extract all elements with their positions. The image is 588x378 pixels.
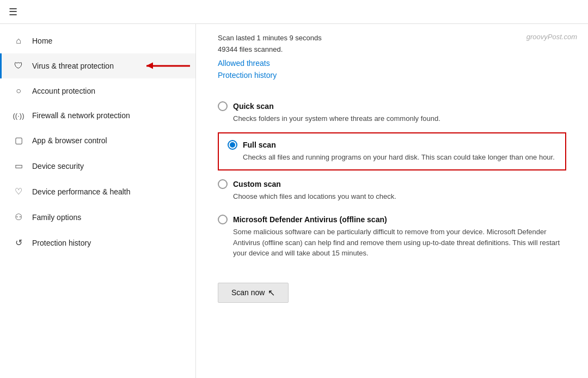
top-bar: ☰ <box>0 0 588 24</box>
sidebar-item-protection-history[interactable]: ↺ Protection history <box>0 230 195 255</box>
full-scan-description: Checks all files and running programs on… <box>243 152 556 163</box>
cursor-icon: ↖ <box>268 288 275 298</box>
sidebar: ⌂ Home 🛡 Virus & threat protection ○ Acc… <box>0 24 196 378</box>
offline-scan-header[interactable]: Microsoft Defender Antivirus (offline sc… <box>218 215 566 224</box>
quick-scan-radio[interactable] <box>218 101 228 111</box>
scan-duration: Scan lasted 1 minutes 9 seconds <box>218 33 566 44</box>
watermark: groovyPost.com <box>526 33 577 41</box>
full-scan-header[interactable]: Full scan <box>228 140 556 150</box>
full-scan-radio[interactable] <box>228 140 237 150</box>
full-scan-title: Full scan <box>243 141 276 149</box>
sidebar-label-device-security: Device security <box>32 162 84 170</box>
firewall-icon: ((·)) <box>13 112 24 120</box>
sidebar-item-firewall[interactable]: ((·)) Firewall & network protection <box>0 103 195 127</box>
custom-scan-description: Choose which files and locations you wan… <box>233 191 566 202</box>
allowed-threats-link[interactable]: Allowed threats <box>218 59 566 68</box>
arrow-annotation <box>146 65 190 67</box>
sidebar-label-protection-history: Protection history <box>32 239 91 247</box>
sidebar-item-device-health[interactable]: ♡ Device performance & health <box>0 179 195 204</box>
sidebar-item-home[interactable]: ⌂ Home <box>0 28 195 53</box>
hamburger-menu[interactable]: ☰ <box>9 6 17 18</box>
custom-scan-option: Custom scan Choose which files and locat… <box>218 173 566 209</box>
family-icon: ⚇ <box>13 212 24 222</box>
offline-scan-description: Some malicious software can be particula… <box>233 227 566 259</box>
sidebar-item-app-browser[interactable]: ▢ App & browser control <box>0 127 195 153</box>
scan-now-label: Scan now <box>231 288 265 297</box>
sidebar-label-firewall: Firewall & network protection <box>32 111 130 120</box>
shield-icon: 🛡 <box>13 61 24 71</box>
offline-scan-title: Microsoft Defender Antivirus (offline sc… <box>233 215 387 224</box>
account-icon: ○ <box>13 86 24 96</box>
protection-history-link[interactable]: Protection history <box>218 71 566 80</box>
arrow-line <box>146 65 190 67</box>
sidebar-label-family-options: Family options <box>32 213 81 222</box>
full-scan-option: Full scan Checks all files and running p… <box>218 132 566 170</box>
main-layout: ⌂ Home 🛡 Virus & threat protection ○ Acc… <box>0 24 588 378</box>
app-browser-icon: ▢ <box>13 135 24 145</box>
custom-scan-header[interactable]: Custom scan <box>218 179 566 189</box>
offline-scan-option: Microsoft Defender Antivirus (offline sc… <box>218 208 566 265</box>
quick-scan-description: Checks folders in your system where thre… <box>233 113 566 124</box>
custom-scan-title: Custom scan <box>233 180 281 188</box>
scan-now-button[interactable]: Scan now ↖ <box>218 283 289 303</box>
sidebar-label-home: Home <box>32 36 52 45</box>
device-health-icon: ♡ <box>13 186 24 197</box>
home-icon: ⌂ <box>13 36 24 46</box>
quick-scan-title: Quick scan <box>233 102 274 111</box>
custom-scan-radio[interactable] <box>218 179 228 189</box>
quick-scan-header[interactable]: Quick scan <box>218 101 566 111</box>
scan-files-count: 49344 files scanned. <box>218 44 566 56</box>
scan-info: Scan lasted 1 minutes 9 seconds 49344 fi… <box>218 33 566 56</box>
sidebar-item-account-protection[interactable]: ○ Account protection <box>0 78 195 103</box>
sidebar-item-family-options[interactable]: ⚇ Family options <box>0 204 195 230</box>
sidebar-label-app-browser: App & browser control <box>32 136 107 145</box>
content-area: groovyPost.com Scan lasted 1 minutes 9 s… <box>196 24 588 378</box>
history-icon: ↺ <box>13 237 24 248</box>
sidebar-label-virus-threat: Virus & threat protection <box>32 62 114 70</box>
sidebar-item-device-security[interactable]: ▭ Device security <box>0 153 195 179</box>
device-security-icon: ▭ <box>13 161 24 171</box>
sidebar-label-account-protection: Account protection <box>32 87 95 95</box>
sidebar-label-device-health: Device performance & health <box>32 187 131 196</box>
sidebar-item-virus-threat[interactable]: 🛡 Virus & threat protection <box>0 53 195 78</box>
offline-scan-radio[interactable] <box>218 215 228 224</box>
quick-scan-option: Quick scan Checks folders in your system… <box>218 95 566 131</box>
scan-options-section: Quick scan Checks folders in your system… <box>218 95 566 265</box>
